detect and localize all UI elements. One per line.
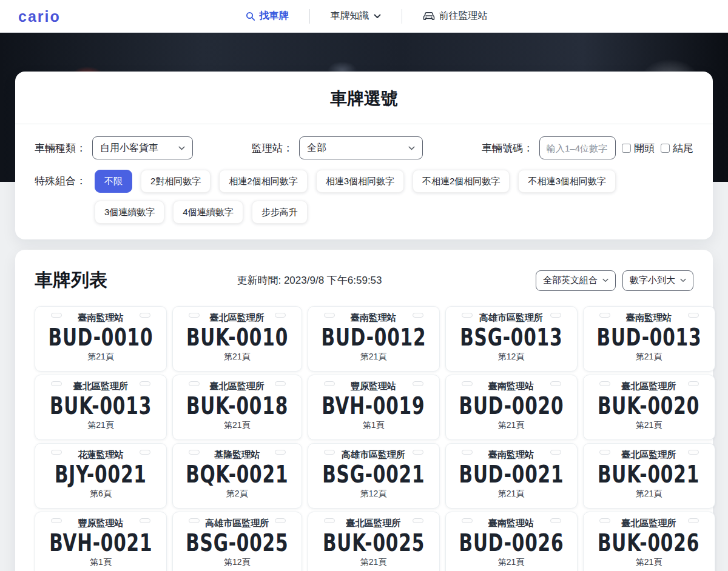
plate-number: BUK-0026	[598, 530, 699, 556]
screw-hole-icon	[413, 518, 423, 523]
plate-card[interactable]: 臺南監理站 BUD-0012 第21頁	[308, 306, 440, 372]
plate-card[interactable]: 臺北區監理所 BUK-0018 第21頁	[172, 375, 302, 440]
screw-hole-icon	[275, 450, 286, 455]
special-combo-chip[interactable]: 不相連2個相同數字	[413, 170, 510, 193]
screw-hole-icon	[189, 518, 200, 523]
station-field: 監理站： 全部	[252, 136, 423, 159]
plate-card[interactable]: 高雄市區監理所 BSG-0025 第12頁	[172, 512, 302, 571]
suffix-checkbox[interactable]	[661, 144, 670, 153]
screw-hole-icon	[462, 518, 473, 523]
plate-number: BJY-0021	[55, 462, 147, 488]
screw-hole-icon	[324, 518, 335, 523]
plate-card[interactable]: 臺北區監理所 BUK-0010 第21頁	[172, 306, 302, 372]
screw-hole-icon	[413, 381, 423, 386]
plate-card[interactable]: 臺南監理站 BUD-0021 第21頁	[445, 443, 578, 509]
screw-hole-icon	[599, 518, 610, 523]
nav-find-plate[interactable]: 找車牌	[246, 10, 289, 22]
plate-card[interactable]: 臺北區監理所 BUK-0026 第21頁	[583, 512, 715, 571]
screw-hole-icon	[51, 450, 62, 455]
prefix-checkbox-wrap[interactable]: 開頭	[622, 141, 655, 155]
special-combo-label: 特殊組合：	[35, 170, 86, 193]
plate-card[interactable]: 臺南監理站 BUD-0010 第21頁	[35, 306, 167, 372]
plate-card[interactable]: 臺南監理站 BUD-0013 第21頁	[583, 306, 715, 372]
special-combo-chip[interactable]: 步步高升	[252, 201, 308, 224]
screw-hole-icon	[413, 313, 423, 318]
screw-hole-icon	[275, 381, 286, 386]
screw-hole-icon	[599, 313, 610, 318]
plate-card[interactable]: 花蓮監理站 BJY-0021 第6頁	[35, 443, 167, 509]
suffix-checkbox-wrap[interactable]: 結尾	[661, 141, 693, 155]
plate-number-input[interactable]	[539, 136, 616, 159]
station-value: 全部	[307, 142, 326, 155]
plate-page: 第21頁	[35, 420, 166, 431]
screw-hole-icon	[324, 381, 335, 386]
plate-page: 第12頁	[308, 489, 439, 499]
plate-card[interactable]: 臺北區監理所 BUK-0025 第21頁	[308, 512, 440, 571]
updated-timestamp: 更新時間: 2023/9/8 下午6:59:53	[107, 273, 536, 287]
nav-go-dmv[interactable]: 前往監理站	[423, 10, 488, 22]
nav-plate-knowledge[interactable]: 車牌知識	[331, 10, 381, 22]
plate-number: BVH-0021	[49, 530, 152, 556]
plate-card[interactable]: 基隆監理站 BQK-0021 第2頁	[172, 443, 302, 509]
cario-logo[interactable]: cario	[18, 7, 61, 25]
screw-hole-icon	[688, 313, 699, 318]
screw-hole-icon	[550, 450, 561, 455]
plate-card[interactable]: 臺南監理站 BUD-0020 第21頁	[445, 375, 578, 440]
plate-number: BUK-0025	[323, 530, 425, 556]
screw-hole-icon	[462, 381, 473, 386]
plate-page: 第12頁	[173, 557, 302, 568]
plate-page: 第21頁	[35, 352, 166, 362]
plate-page: 第2頁	[173, 489, 302, 499]
plate-list-title: 車牌列表	[35, 268, 107, 293]
screw-hole-icon	[189, 381, 200, 386]
letter-combo-value: 全部英文組合	[543, 275, 598, 286]
screw-hole-icon	[324, 450, 335, 455]
plate-number: BUK-0020	[598, 393, 699, 419]
screw-hole-icon	[140, 518, 150, 523]
plate-number: BUK-0010	[186, 325, 288, 351]
screw-hole-icon	[688, 518, 699, 523]
number-sort-select[interactable]: 數字小到大	[622, 270, 693, 291]
filter-row-primary: 車輛種類： 自用小客貨車 監理站： 全部 車輛號碼： 開頭	[35, 136, 693, 159]
plate-number: BQK-0021	[186, 462, 288, 488]
plate-card[interactable]: 臺北區監理所 BUK-0021 第21頁	[583, 443, 715, 509]
screw-hole-icon	[140, 381, 150, 386]
nav-plate-knowledge-label: 車牌知識	[331, 10, 369, 22]
special-combo-chip[interactable]: 不限	[95, 170, 132, 193]
special-combo-chip[interactable]: 4個連續數字	[173, 201, 243, 224]
special-combo-chip[interactable]: 2對相同數字	[141, 170, 211, 193]
station-select[interactable]: 全部	[299, 136, 423, 159]
vehicle-type-select[interactable]: 自用小客貨車	[92, 136, 193, 159]
special-combo-chip[interactable]: 不相連3個相同數字	[518, 170, 615, 193]
letter-combo-select[interactable]: 全部英文組合	[536, 270, 616, 291]
plate-card[interactable]: 高雄市區監理所 BSG-0021 第12頁	[308, 443, 440, 509]
plate-card[interactable]: 豐原監理站 BVH-0021 第1頁	[35, 512, 167, 571]
main-nav: 找車牌 車牌知識 前往監理站	[246, 9, 488, 24]
screw-hole-icon	[275, 313, 286, 318]
screw-hole-icon	[140, 313, 150, 318]
plate-number: BUK-0021	[598, 462, 699, 488]
screw-hole-icon	[599, 450, 610, 455]
special-combo-chip[interactable]: 相連2個相同數字	[219, 170, 307, 193]
chevron-down-icon	[602, 278, 608, 282]
plate-card[interactable]: 臺北區監理所 BUK-0020 第21頁	[583, 375, 715, 440]
special-combo-chip[interactable]: 相連3個相同數字	[316, 170, 404, 193]
plate-card[interactable]: 臺南監理站 BUD-0026 第21頁	[445, 512, 578, 571]
plate-card[interactable]: 臺北區監理所 BUK-0013 第21頁	[35, 375, 167, 440]
prefix-checkbox-label: 開頭	[634, 141, 655, 155]
plate-number: BSG-0013	[460, 325, 562, 351]
screw-hole-icon	[51, 313, 62, 318]
plate-card[interactable]: 高雄市區監理所 BSG-0013 第12頁	[445, 306, 578, 372]
plate-page: 第21頁	[584, 420, 715, 431]
plate-page: 第6頁	[35, 489, 166, 499]
special-combo-chip[interactable]: 3個連續數字	[95, 201, 164, 224]
plate-number: BUK-0018	[186, 393, 288, 419]
top-navbar: cario 找車牌 車牌知識	[0, 0, 728, 33]
plate-card[interactable]: 豐原監理站 BVH-0019 第1頁	[308, 375, 440, 440]
prefix-checkbox[interactable]	[622, 144, 631, 153]
plate-number: BSG-0025	[186, 530, 288, 556]
plate-page: 第21頁	[584, 489, 715, 499]
screw-hole-icon	[688, 450, 699, 455]
screw-hole-icon	[599, 381, 610, 386]
nav-divider	[309, 9, 310, 24]
